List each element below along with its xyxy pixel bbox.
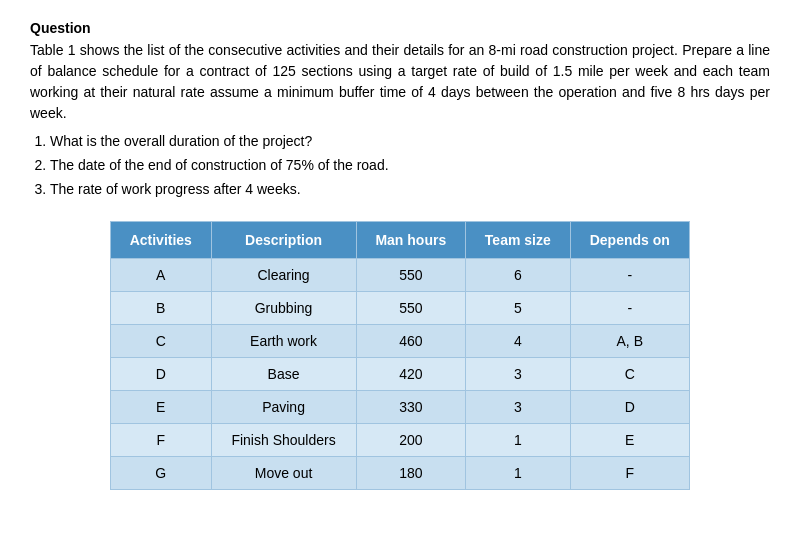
table-container: Activities Description Man hours Team si… xyxy=(30,221,770,490)
team-size-cell: 5 xyxy=(466,292,570,325)
man-hours-cell: 330 xyxy=(356,391,466,424)
depends-on-cell: F xyxy=(570,457,689,490)
activity-cell: C xyxy=(111,325,212,358)
activities-table: Activities Description Man hours Team si… xyxy=(110,221,690,490)
question-list: What is the overall duration of the proj… xyxy=(30,130,770,201)
depends-on-cell: C xyxy=(570,358,689,391)
team-size-cell: 6 xyxy=(466,259,570,292)
depends-on-cell: D xyxy=(570,391,689,424)
depends-on-cell: - xyxy=(570,259,689,292)
team-size-cell: 1 xyxy=(466,424,570,457)
table-row: GMove out1801F xyxy=(111,457,690,490)
col-header-man-hours: Man hours xyxy=(356,222,466,259)
team-size-cell: 4 xyxy=(466,325,570,358)
activity-cell: D xyxy=(111,358,212,391)
table-row: DBase4203C xyxy=(111,358,690,391)
activity-cell: B xyxy=(111,292,212,325)
man-hours-cell: 180 xyxy=(356,457,466,490)
table-row: CEarth work4604A, B xyxy=(111,325,690,358)
question-item-1: What is the overall duration of the proj… xyxy=(50,130,770,154)
activity-cell: E xyxy=(111,391,212,424)
man-hours-cell: 420 xyxy=(356,358,466,391)
activity-cell: G xyxy=(111,457,212,490)
description-cell: Base xyxy=(211,358,356,391)
man-hours-cell: 460 xyxy=(356,325,466,358)
col-header-team-size: Team size xyxy=(466,222,570,259)
table-row: AClearing5506- xyxy=(111,259,690,292)
man-hours-cell: 550 xyxy=(356,292,466,325)
team-size-cell: 1 xyxy=(466,457,570,490)
description-cell: Clearing xyxy=(211,259,356,292)
col-header-activities: Activities xyxy=(111,222,212,259)
question-section: Question Table 1 shows the list of the c… xyxy=(30,20,770,201)
col-header-description: Description xyxy=(211,222,356,259)
table-header-row: Activities Description Man hours Team si… xyxy=(111,222,690,259)
depends-on-cell: - xyxy=(570,292,689,325)
depends-on-cell: E xyxy=(570,424,689,457)
question-item-3: The rate of work progress after 4 weeks. xyxy=(50,178,770,202)
activity-cell: F xyxy=(111,424,212,457)
activity-cell: A xyxy=(111,259,212,292)
description-cell: Grubbing xyxy=(211,292,356,325)
description-cell: Paving xyxy=(211,391,356,424)
col-header-depends-on: Depends on xyxy=(570,222,689,259)
question-title: Question xyxy=(30,20,770,36)
description-cell: Move out xyxy=(211,457,356,490)
description-cell: Earth work xyxy=(211,325,356,358)
question-item-2: The date of the end of construction of 7… xyxy=(50,154,770,178)
team-size-cell: 3 xyxy=(466,358,570,391)
question-paragraph: Table 1 shows the list of the consecutiv… xyxy=(30,40,770,124)
table-row: FFinish Shoulders2001E xyxy=(111,424,690,457)
description-cell: Finish Shoulders xyxy=(211,424,356,457)
table-row: BGrubbing5505- xyxy=(111,292,690,325)
man-hours-cell: 550 xyxy=(356,259,466,292)
depends-on-cell: A, B xyxy=(570,325,689,358)
table-row: EPaving3303D xyxy=(111,391,690,424)
man-hours-cell: 200 xyxy=(356,424,466,457)
team-size-cell: 3 xyxy=(466,391,570,424)
